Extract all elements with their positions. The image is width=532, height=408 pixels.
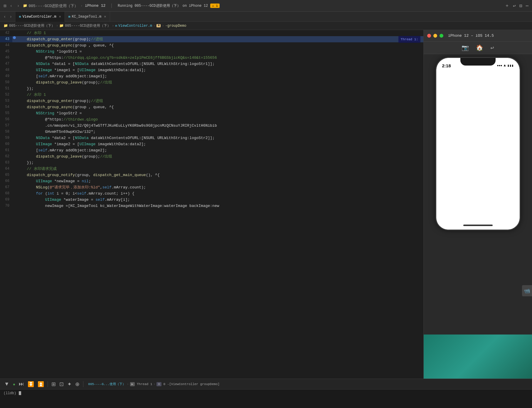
video-call-icon[interactable]: 📹 [522,285,532,296]
code-line-56[interactable]: 56 @"https://thirdwx.qlogo [0,116,423,123]
debug-hide-btn[interactable]: ▼ [3,380,11,388]
code-line-70[interactable]: 70 newImage =[KC_ImageTool kc_WaterImage… [0,203,423,209]
code-line-64[interactable]: 64 // 水印请求完成 [0,166,423,172]
code-line-57[interactable]: 57 .cn/mmopen/vi_32/Q0j4TwGTfTJKuHEuLLyY… [0,123,423,129]
status-time: 2:18 [442,63,451,68]
line-content-68: for (int i = 0; i<self.mArray.count; i++… [16,190,423,197]
code-line-42[interactable]: 42 // 水印 1 [0,30,423,36]
grid-icon[interactable]: ⊞ [4,3,6,9]
nav-back-icon[interactable]: ‹ [9,3,14,9]
debug-bc-project: 005----G...使用（下） [88,382,126,386]
bc-project-2[interactable]: 005----GCD进阶使用（下） [65,23,111,28]
bc-filename[interactable]: ViewController.m [118,24,152,28]
code-line-63[interactable]: 63 }); [0,160,423,166]
code-line-49[interactable]: 49 [self.mArray addObject:image1]; [0,73,423,79]
line-content-60: UIImage *image2 = [UIImage imageWithData… [16,141,423,147]
code-line-58[interactable]: 58 GHvmHT5n69wpKV2w/132"; [0,129,423,135]
line-number-59: 59 [0,135,12,141]
minimize-button[interactable] [433,34,437,38]
code-line-62[interactable]: 62 dispatch_group_leave(group);//出组 [0,153,423,160]
device-name: iPhone 12 [85,4,105,8]
code-line-60[interactable]: 60 UIImage *image2 = [UIImage imageWithD… [0,141,423,147]
debug-add-expr-btn[interactable]: ⊕ [74,380,81,388]
code-line-47[interactable]: 47 NSData *data1 = [NSData dataWithConte… [0,61,423,67]
tab-nav-back[interactable]: ‹ [2,14,7,20]
line-number-50: 50 [0,79,12,86]
debug-step-in-btn[interactable]: ⏬ [26,380,35,388]
debug-step-out-btn[interactable]: ⏫ [36,380,45,388]
code-line-50[interactable]: 50 dispatch_group_leave(group);//出组 [0,79,423,86]
debug-locate-btn[interactable]: ✦ [66,380,73,388]
maximize-button[interactable] [440,34,443,38]
rotate-icon[interactable]: ↩ [490,44,494,51]
bc-sep-4: › [162,24,164,28]
code-line-45[interactable]: 45 NSString *logoStr1 = [0,49,423,55]
iphone-frame[interactable]: 2:18 ●●● ▲ ▮▮▮ [435,57,521,230]
tab-label-2: KC_ImageTool.m [72,15,101,19]
code-line-67[interactable]: 67 NSLog(@"请求完毕，添加水印:%ld",self.mArray.co… [0,184,423,190]
bc-method[interactable]: -groupDemo [165,24,186,28]
screenshot-icon[interactable]: 📷 [462,44,469,51]
line-number-56: 56 [0,116,12,123]
code-line-44[interactable]: 44 dispatch_group_async(group , queue, ^… [0,42,423,49]
tab-close-1[interactable]: ✕ [59,14,61,19]
line-number-44: 44 [0,42,12,49]
code-line-54[interactable]: 54 dispatch_group_async(group , queue, ^… [0,104,423,110]
code-line-52[interactable]: 52 // 水印 1 [0,92,423,98]
iphone-home-bar [436,221,520,230]
debug-console[interactable]: (lldb) [0,389,532,408]
debug-mem-btn[interactable]: ⊡ [58,380,65,388]
code-line-59[interactable]: 59 NSData *data2 = [NSData dataWithConte… [0,135,423,141]
redo-icon[interactable]: ↩ [513,3,516,9]
code-line-43[interactable]: 43 dispatch_group_enter(group);//进组Threa… [0,36,423,42]
nav-forward-icon[interactable]: › [16,3,21,9]
code-line-61[interactable]: 61 [self.mArray addObject:image2]; [0,147,423,153]
sim-body: 2:18 ●●● ▲ ▮▮▮ [424,54,532,335]
line-content-58: GHvmHT5n69wpKV2w/132"; [16,129,423,135]
bc-project-1[interactable]: 005----GCD进阶使用（下） [9,23,55,28]
simulator-title: iPhone 12 – iOS 14.5 [448,34,494,38]
iphone-content [436,71,520,221]
warning-badge[interactable]: ⚠ 1 [210,4,220,8]
line-content-46: @"https://thirdqq.qlogo.cn/g?b=sdk&k=zeI… [16,55,423,61]
debug-sep-1 [48,381,48,387]
code-line-65[interactable]: 65 dispatch_group_notify(group, dispatch… [0,172,423,178]
line-content-54: dispatch_group_async(group , queue, ^{ [16,104,423,110]
tab-nav-forward[interactable]: › [8,14,13,20]
code-line-48[interactable]: 48 UIImage *image1 = [UIImage imageWithD… [0,67,423,73]
debug-run-btn[interactable]: ● [12,381,16,387]
tab-close-2[interactable]: ✕ [104,14,106,19]
code-line-51[interactable]: 51 }); [0,86,423,92]
line-content-69: UIImage *waterImage = self.mArray[i]; [16,197,423,203]
line-number-54: 54 [0,104,12,110]
debug-step-over-btn[interactable]: ⏭ [18,380,25,388]
line-number-52: 52 [0,92,12,98]
code-line-69[interactable]: 69 UIImage *waterImage = self.mArray[i]; [0,197,423,203]
code-line-53[interactable]: 53 dispatch_group_enter(group);//进组 [0,98,423,104]
line-number-64: 64 [0,166,12,172]
code-line-46[interactable]: 46 @"https://thirdqq.qlogo.cn/g?b=sdk&k=… [0,55,423,61]
bc-file-icon: m [115,24,117,28]
layout-icon[interactable]: ⊡ [519,3,522,9]
tab-kcimagetool[interactable]: m KC_ImageTool.m ✕ [65,12,110,22]
home-bar-indicator [463,225,493,226]
code-line-68[interactable]: 68 for (int i = 0; i<self.mArray.count; … [0,190,423,197]
close-button[interactable] [427,34,431,38]
simulator-title-bar: iPhone 12 – iOS 14.5 [424,30,532,42]
code-line-66[interactable]: 66 UIImage *newImage = nil; [0,178,423,184]
code-line-55[interactable]: 55 NSString *logoStr2 = [0,110,423,116]
home-icon[interactable]: 🏠 [476,44,483,51]
separator: | [108,3,115,9]
add-icon[interactable]: ＋ [505,3,509,9]
debug-view-btn[interactable]: ⊞ [50,380,57,388]
code-area[interactable]: 42 // 水印 143 dispatch_group_enter(group)… [0,30,423,379]
tab-m-icon-2: m [68,15,70,19]
line-number-57: 57 [0,123,12,129]
bc-sep-1: › [56,24,58,28]
line-number-55: 55 [0,110,12,116]
tab-viewcontroller[interactable]: m ViewController.m ✕ [16,12,65,22]
bottom-panel: ▼ ● ⏭ ⏬ ⏫ ⊞ ⊡ ✦ ⊕ 005----G...使用（下） › ▶ T… [0,379,532,408]
more-icon[interactable]: ⋯ [526,3,528,9]
iphone-side-btn [520,87,521,105]
line-number-62: 62 [0,153,12,160]
